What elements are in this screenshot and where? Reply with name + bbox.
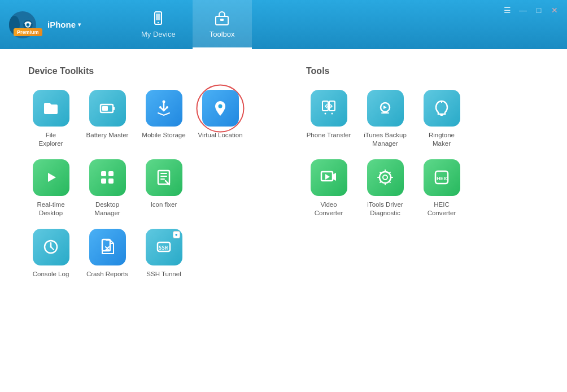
- tools-section: Tools: [306, 66, 539, 290]
- battery-master-icon: [89, 90, 126, 127]
- svg-point-31: [50, 246, 52, 248]
- svg-point-18: [219, 104, 223, 108]
- svg-rect-40: [440, 114, 443, 116]
- video-converter-label: VideoConverter: [315, 201, 343, 217]
- app-header: Premium iPhone ▾ My Device: [0, 0, 567, 49]
- tool-ringtone-maker[interactable]: Ringtone Maker: [419, 90, 464, 148]
- svg-rect-23: [108, 178, 114, 184]
- tool-ssh-tunnel[interactable]: SSH ● SSH Tunnel: [141, 229, 186, 278]
- ssh-tunnel-icon: SSH ●: [146, 229, 182, 265]
- ringtone-maker-label: Ringtone Maker: [419, 131, 464, 148]
- my-device-icon: [150, 11, 166, 27]
- virtual-location-wrapper: [202, 90, 239, 127]
- tool-crash-reports[interactable]: Crash Reports: [85, 229, 130, 278]
- phone-transfer-label: Phone Transfer: [307, 131, 351, 140]
- ringtone-maker-icon: [424, 90, 460, 127]
- svg-point-38: [332, 112, 333, 114]
- close-button[interactable]: ✕: [549, 5, 560, 16]
- svg-point-16: [159, 106, 162, 108]
- realtime-desktop-icon: [33, 159, 69, 196]
- svg-rect-21: [108, 171, 114, 176]
- svg-point-15: [163, 100, 165, 103]
- mobile-storage-icon: [146, 90, 182, 127]
- toolkits-row-3: Console Log Crash Reports: [28, 229, 261, 278]
- icon-fixer-label: Icon fixer: [151, 201, 177, 209]
- tool-battery-master[interactable]: Battery Master: [85, 90, 130, 148]
- svg-rect-13: [113, 107, 115, 110]
- nav-tabs: My Device Toolbox: [124, 0, 252, 49]
- itools-driver-icon: [367, 159, 404, 196]
- maximize-button[interactable]: □: [533, 5, 544, 16]
- svg-rect-22: [101, 178, 106, 184]
- phone-transfer-icon: [311, 90, 347, 127]
- file-explorer-label: FileExplorer: [39, 131, 63, 148]
- heic-converter-label: HEIC Converter: [419, 201, 464, 217]
- tool-heic-converter[interactable]: HEIC HEIC Converter: [419, 159, 464, 217]
- svg-rect-25: [160, 173, 167, 174]
- toolbox-icon: [214, 11, 230, 27]
- my-device-tab-label: My Device: [141, 30, 176, 38]
- tool-virtual-location[interactable]: Virtual Location: [198, 90, 243, 148]
- tool-phone-transfer[interactable]: Phone Transfer: [306, 90, 351, 148]
- tool-file-explorer[interactable]: FileExplorer: [28, 90, 73, 148]
- realtime-desktop-label: Real-timeDesktop: [37, 201, 64, 217]
- svg-rect-14: [102, 106, 108, 111]
- device-toolkits-title: Device Toolkits: [28, 66, 261, 76]
- virtual-location-icon: [202, 90, 239, 127]
- svg-rect-27: [160, 178, 165, 180]
- tool-icon-fixer[interactable]: Icon fixer: [141, 159, 186, 217]
- virtual-location-label: Virtual Location: [198, 131, 242, 140]
- tools-row-2: VideoConverter iTools DriverDiagnostic: [306, 159, 539, 217]
- mobile-storage-label: Mobile Storage: [142, 131, 185, 140]
- menu-button[interactable]: ☰: [501, 5, 513, 16]
- heic-converter-icon: HEIC: [424, 159, 460, 196]
- svg-point-45: [383, 175, 387, 180]
- svg-marker-19: [48, 173, 56, 182]
- ssh-tunnel-label: SSH Tunnel: [146, 270, 181, 278]
- itools-driver-label: iTools DriverDiagnostic: [367, 201, 403, 217]
- tool-realtime-desktop[interactable]: Real-timeDesktop: [28, 159, 73, 217]
- tool-console-log[interactable]: Console Log: [28, 229, 73, 278]
- device-toolkits-section: Device Toolkits FileExplorer: [28, 66, 261, 290]
- crash-reports-label: Crash Reports: [86, 270, 128, 278]
- desktop-manager-label: DesktopManager: [94, 201, 120, 217]
- svg-rect-8: [156, 14, 160, 20]
- battery-master-label: Battery Master: [86, 131, 129, 140]
- console-log-icon: [33, 229, 69, 265]
- minimize-button[interactable]: —: [517, 5, 529, 16]
- logo-area: Premium iPhone ▾: [0, 0, 119, 49]
- svg-rect-20: [101, 171, 106, 176]
- svg-point-37: [325, 112, 326, 114]
- tool-mobile-storage[interactable]: Mobile Storage: [141, 90, 186, 148]
- file-explorer-wrapper: [33, 90, 69, 127]
- tab-my-device[interactable]: My Device: [124, 0, 193, 49]
- tab-toolbox[interactable]: Toolbox: [193, 0, 252, 49]
- main-content: Device Toolkits FileExplorer: [0, 49, 567, 392]
- tool-itools-driver[interactable]: iTools DriverDiagnostic: [363, 159, 408, 217]
- svg-point-9: [158, 22, 159, 23]
- tool-desktop-manager[interactable]: DesktopManager: [85, 159, 130, 217]
- video-converter-icon: [311, 159, 347, 196]
- toolkits-row-1: FileExplorer Battery Master: [28, 90, 261, 148]
- mobile-storage-wrapper: [146, 90, 182, 127]
- svg-rect-11: [220, 19, 224, 21]
- device-caret: ▾: [78, 21, 81, 28]
- ssh-badge: ●: [173, 231, 180, 238]
- svg-text:SSH: SSH: [159, 245, 168, 251]
- icon-fixer-icon: [146, 159, 182, 196]
- svg-point-5: [27, 24, 29, 25]
- device-name-label[interactable]: iPhone ▾: [47, 20, 81, 29]
- tool-video-converter[interactable]: VideoConverter: [306, 159, 351, 217]
- itunes-backup-icon: [367, 90, 404, 127]
- svg-rect-26: [160, 176, 167, 177]
- tool-itunes-backup[interactable]: iTunes BackupManager: [363, 90, 408, 148]
- toolkits-row-2: Real-timeDesktop DesktopManager: [28, 159, 261, 217]
- battery-master-wrapper: [89, 90, 126, 127]
- console-log-label: Console Log: [33, 270, 69, 278]
- svg-text:HEIC: HEIC: [437, 176, 449, 181]
- content-columns: Device Toolkits FileExplorer: [28, 66, 539, 290]
- file-explorer-icon: [33, 90, 69, 127]
- desktop-manager-icon: [89, 159, 126, 196]
- tools-row-1: Phone Transfer iTunes BackupManager: [306, 90, 539, 148]
- tools-title: Tools: [306, 66, 539, 76]
